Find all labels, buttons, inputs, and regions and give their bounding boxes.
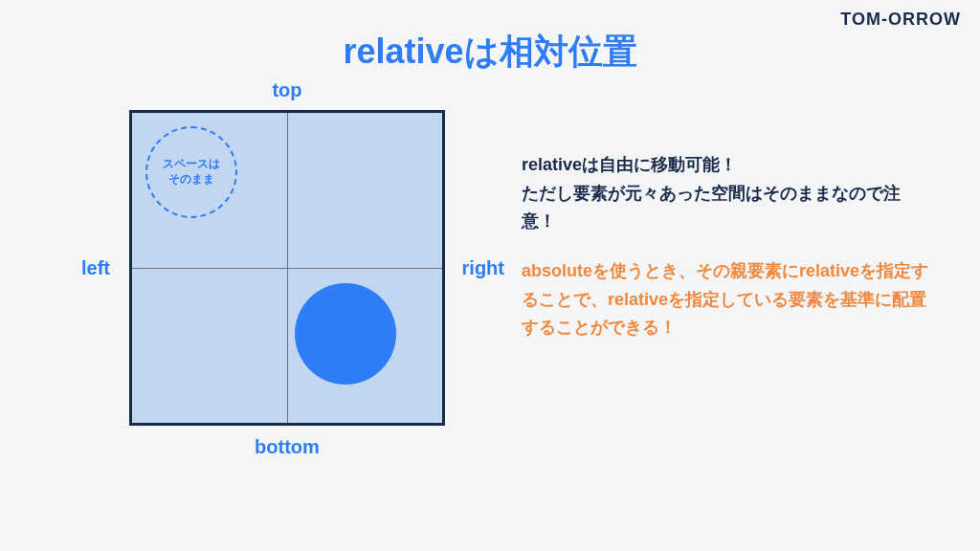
label-bottom: bottom (255, 436, 320, 458)
explanation-secondary: absoluteを使うとき、その親要素にrelativeを指定することで、rel… (522, 257, 933, 342)
label-top: top (272, 79, 301, 101)
moved-element-circle (295, 283, 396, 385)
space-placeholder-circle: スペースは そのまま (145, 126, 237, 218)
label-right: right (462, 257, 504, 279)
explanation-area: relativeは自由に移動可能！ ただし要素が元々あった空間はそのままなので注… (522, 151, 933, 342)
page-title: relativeは相対位置 (0, 29, 980, 76)
label-left: left (81, 257, 110, 279)
brand-logo: TOM-ORROW (840, 10, 961, 30)
grid-box: スペースは そのまま (129, 110, 445, 426)
position-diagram: top bottom left right スペースは そのまま (129, 110, 445, 426)
explanation-primary: relativeは自由に移動可能！ ただし要素が元々あった空間はそのままなので注… (522, 151, 933, 236)
dashed-circle-text: スペースは そのまま (163, 157, 220, 187)
